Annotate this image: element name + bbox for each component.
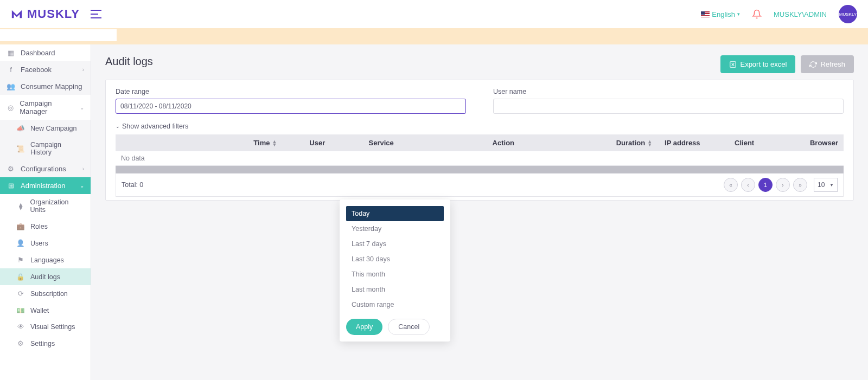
sort-icon: ▲▼ (272, 140, 277, 146)
avatar[interactable]: MUSKLY (839, 5, 857, 23)
chevron-right-icon: › (82, 67, 84, 73)
sidebar-item-wallet[interactable]: 💵 Wallet (0, 302, 91, 319)
user-icon: 👤 (16, 239, 25, 247)
page-size-select[interactable]: 10 ▼ (814, 178, 838, 192)
refresh-icon: ⟳ (16, 289, 25, 298)
menu-toggle-icon[interactable] (91, 10, 101, 18)
sidebar-item-dashboard[interactable]: ▦ Dashboard (0, 44, 91, 61)
th-service[interactable]: Service (363, 139, 487, 147)
sidebar-item-label: Subscription (30, 290, 68, 298)
page-first-button[interactable]: « (724, 178, 738, 192)
sidebar-item-label: Languages (30, 256, 64, 264)
apply-button[interactable]: Apply (346, 319, 382, 335)
lock-icon: 🔒 (16, 273, 25, 281)
date-range-input[interactable] (116, 99, 466, 114)
username-input[interactable] (493, 99, 844, 114)
brand-text: MUSKLY (27, 7, 80, 21)
logo-icon (11, 8, 23, 20)
topbar-right: English ▾ MUSKLY\ADMIN MUSKLY (701, 5, 857, 23)
audit-table: Time ▲▼ User Service Action Duration ▲▼ … (116, 134, 844, 197)
sidebar-item-label: Campaign Manager (20, 99, 74, 115)
username-label: User name (493, 88, 844, 95)
sidebar-item-facebook[interactable]: f Facebook › (0, 61, 91, 78)
sidebar-item-label: New Campaign (30, 125, 76, 132)
page-next-button[interactable]: › (776, 178, 790, 192)
table-header: Time ▲▼ User Service Action Duration ▲▼ … (116, 134, 844, 151)
username-label[interactable]: MUSKLY\ADMIN (774, 10, 827, 18)
notifications-icon[interactable] (752, 9, 762, 19)
dd-last30[interactable]: Last 30 days (346, 252, 444, 267)
brand-logo[interactable]: MUSKLY (11, 7, 80, 21)
table-divider (116, 166, 844, 173)
excel-icon (729, 61, 737, 68)
page-last-button[interactable]: » (793, 178, 807, 192)
gear-icon: ⚙ (16, 339, 25, 347)
pagination: « ‹ 1 › » 10 ▼ (724, 178, 838, 192)
dd-last-month[interactable]: Last month (346, 282, 444, 297)
target-icon: ◎ (7, 104, 14, 112)
flag-icon: ⚑ (16, 256, 25, 264)
show-advanced-filters[interactable]: ⌄ Show advanced filters (116, 123, 844, 130)
page-header: Audit logs Export to excel Refresh (91, 44, 868, 80)
sidebar-item-org-units[interactable]: ⧫ Organization Units (0, 194, 91, 218)
sidebar-item-configurations[interactable]: ⚙ Configurations › (0, 160, 91, 177)
th-user[interactable]: User (304, 139, 363, 147)
th-time[interactable]: Time ▲▼ (116, 139, 304, 147)
admin-icon: ⊞ (7, 182, 15, 190)
table-nodata: No data (116, 151, 844, 166)
th-duration[interactable]: Duration ▲▼ (611, 139, 659, 147)
flag-icon (701, 11, 710, 17)
sidebar-item-label: Dashboard (21, 49, 55, 57)
sidebar-item-campaign-history[interactable]: 📜 Campaign History (0, 137, 91, 160)
users-icon: 👥 (7, 82, 15, 91)
dd-yesterday[interactable]: Yesterday (346, 221, 444, 236)
sidebar-item-roles[interactable]: 💼 Roles (0, 218, 91, 235)
chevron-down-icon: ⌄ (80, 183, 84, 189)
page-title: Audit logs (105, 55, 153, 68)
dd-today[interactable]: Today (346, 206, 444, 221)
chevron-down-icon: ⌄ (116, 124, 120, 129)
topbar: MUSKLY English ▾ MUSKLY\ADMIN MUSKLY (0, 0, 868, 28)
sidebar-item-label: Configurations (21, 165, 66, 173)
sidebar-item-audit-logs[interactable]: 🔒 Audit logs (0, 268, 91, 285)
facebook-icon: f (7, 66, 15, 74)
main-content: Audit logs Export to excel Refresh Date … (91, 44, 868, 380)
sidebar-item-campaign-manager[interactable]: ◎ Campaign Manager ⌄ (0, 95, 91, 120)
sort-icon: ▲▼ (647, 140, 652, 146)
th-action[interactable]: Action (487, 139, 611, 147)
sidebar-item-consumer-mapping[interactable]: 👥 Consumer Mapping (0, 78, 91, 95)
notice-patch (0, 29, 117, 41)
page-prev-button[interactable]: ‹ (741, 178, 755, 192)
sidebar: ▦ Dashboard f Facebook › 👥 Consumer Mapp… (0, 44, 91, 380)
sidebar-item-visual-settings[interactable]: 👁 Visual Settings (0, 319, 91, 335)
eye-icon: 👁 (16, 323, 25, 331)
notice-bar (0, 28, 868, 44)
refresh-button[interactable]: Refresh (801, 55, 854, 73)
dd-last7[interactable]: Last 7 days (346, 236, 444, 252)
sidebar-item-languages[interactable]: ⚑ Languages (0, 252, 91, 268)
refresh-icon (809, 61, 817, 68)
cancel-button[interactable]: Cancel (388, 319, 430, 335)
language-label: English (712, 10, 735, 18)
th-browser[interactable]: Browser (805, 139, 844, 147)
dashboard-icon: ▦ (7, 49, 15, 57)
export-excel-button[interactable]: Export to excel (720, 55, 795, 73)
dd-custom[interactable]: Custom range (346, 297, 444, 312)
sidebar-item-label: Facebook (21, 66, 52, 74)
sidebar-item-label: Administration (21, 182, 65, 190)
page-current[interactable]: 1 (758, 178, 773, 192)
th-client[interactable]: Client (729, 139, 805, 147)
sidebar-item-administration[interactable]: ⊞ Administration ⌄ (0, 177, 91, 194)
sidebar-item-subscription[interactable]: ⟳ Subscription (0, 285, 91, 302)
language-selector[interactable]: English ▾ (701, 10, 740, 18)
sidebar-item-new-campaign[interactable]: 📣 New Campaign (0, 120, 91, 137)
sidebar-item-label: Audit logs (30, 273, 60, 281)
dd-this-month[interactable]: This month (346, 267, 444, 282)
sidebar-item-users[interactable]: 👤 Users (0, 235, 91, 252)
sidebar-item-settings[interactable]: ⚙ Settings (0, 335, 91, 352)
th-ip[interactable]: IP address (659, 139, 729, 147)
total-count: Total: 0 (122, 181, 143, 189)
date-range-label: Date range (116, 88, 466, 95)
sidebar-item-label: Organization Units (30, 198, 84, 214)
chevron-right-icon: › (82, 166, 84, 172)
